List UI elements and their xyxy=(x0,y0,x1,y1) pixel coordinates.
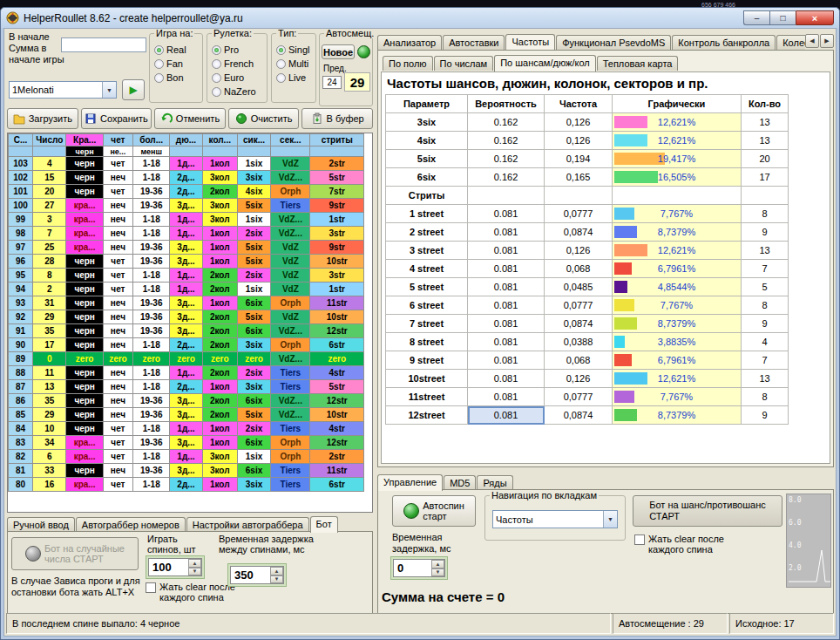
spins-cell[interactable]: 1-18 xyxy=(133,380,170,394)
clear-after-spin-checkbox-row[interactable]: Жать clear после каждого спина xyxy=(634,534,758,555)
spins-cell[interactable]: 83 xyxy=(9,436,33,450)
spins-cell[interactable]: 6 xyxy=(33,450,66,464)
type-radio-0[interactable]: Singl xyxy=(276,43,312,57)
spins-cell[interactable]: VdZ xyxy=(271,269,310,283)
spins-cell[interactable]: VdZ xyxy=(271,255,310,269)
spins-cell[interactable]: 85 xyxy=(9,408,33,422)
roulette-radio-1[interactable]: French xyxy=(212,57,263,71)
spins-cell[interactable]: 3д... xyxy=(170,241,202,255)
spins-cell[interactable]: Orph xyxy=(271,436,310,450)
spins-cell[interactable]: чет xyxy=(103,255,132,269)
spins-filter-cell[interactable] xyxy=(33,146,66,157)
spins-cell[interactable]: 91 xyxy=(9,324,33,338)
freq-param-cell[interactable]: 12street xyxy=(386,406,468,425)
spins-cell[interactable]: 1д... xyxy=(170,283,202,296)
spins-cell[interactable]: черн xyxy=(66,366,103,380)
spins-cell[interactable]: 82 xyxy=(9,450,33,464)
spins-cell[interactable]: черн xyxy=(66,283,103,296)
game-radio-2[interactable]: Bon xyxy=(154,71,199,85)
spins-cell[interactable]: 2six xyxy=(237,227,270,241)
spins-cell[interactable]: 2кол xyxy=(202,269,237,283)
spins-cell[interactable]: кра... xyxy=(66,227,103,241)
nav-tab-select[interactable]: Частоты ▼ xyxy=(492,510,618,528)
main-tab-4[interactable]: Контроль банкролла xyxy=(672,35,776,50)
freq-freq-cell[interactable]: 0,194 xyxy=(545,150,613,168)
spins-cell[interactable]: 3six xyxy=(237,380,270,394)
spins-cell[interactable]: 2str xyxy=(310,157,364,171)
freq-count-cell[interactable]: 13 xyxy=(742,242,789,260)
spins-cell[interactable]: 3д... xyxy=(170,464,202,478)
spins-cell[interactable]: неч xyxy=(103,199,132,213)
spin-delay-stepper[interactable]: 350 ▲ ▼ xyxy=(227,563,287,587)
freq-count-cell[interactable]: 7 xyxy=(742,260,789,278)
spins-cell[interactable]: VdZ... xyxy=(271,352,310,366)
freq-graph-cell[interactable]: 12,621% xyxy=(613,242,742,260)
spins-cell[interactable]: черн xyxy=(66,185,103,199)
freq-graph-cell[interactable]: 7,767% xyxy=(613,388,742,406)
freq-count-cell[interactable]: 13 xyxy=(742,132,789,150)
ctl-tab-1[interactable]: MD5 xyxy=(444,475,476,490)
spins-cell[interactable]: 12str xyxy=(310,436,364,450)
freq-count-cell[interactable]: 13 xyxy=(742,370,789,388)
spins-cell[interactable]: 19-36 xyxy=(133,408,170,422)
spins-filter-cell[interactable] xyxy=(310,146,364,157)
spins-cell[interactable]: 1six xyxy=(237,450,270,464)
autoshift-ball-icon[interactable] xyxy=(357,45,370,58)
spins-cell[interactable]: 1-18 xyxy=(133,450,170,464)
spins-cell[interactable]: 6str xyxy=(310,338,364,352)
spins-cell[interactable]: Tiers xyxy=(271,464,310,478)
spins-cell[interactable]: VdZ... xyxy=(271,324,310,338)
spins-cell[interactable]: 4str xyxy=(310,366,364,380)
spins-cell[interactable]: 3кол xyxy=(202,464,237,478)
spins-cell[interactable]: черн xyxy=(66,422,103,436)
spins-column-header[interactable]: дю... xyxy=(170,134,202,146)
game-radio-1[interactable]: Fan xyxy=(154,57,199,71)
spins-cell[interactable]: 5str xyxy=(310,380,364,394)
spins-cell[interactable]: кра... xyxy=(66,241,103,255)
spins-cell[interactable]: 7str xyxy=(310,185,364,199)
freq-param-cell[interactable]: 4six xyxy=(386,132,468,150)
spins-cell[interactable]: 1д... xyxy=(170,422,202,436)
spins-cell[interactable]: 2д... xyxy=(170,380,202,394)
new-button[interactable]: Новое xyxy=(322,44,355,59)
spins-cell[interactable]: кра... xyxy=(66,436,103,450)
bot-tab-1[interactable]: Автограббер номеров xyxy=(76,517,186,532)
spins-cell[interactable]: 19-36 xyxy=(133,324,170,338)
spins-cell[interactable]: Tiers xyxy=(271,380,310,394)
freq-prob-cell[interactable]: 0.081 xyxy=(468,260,545,278)
spins-cell[interactable]: 1кол xyxy=(202,380,237,394)
spins-cell[interactable]: 80 xyxy=(9,478,33,492)
spins-cell[interactable]: VdZ xyxy=(271,310,310,324)
spins-cell[interactable]: неч xyxy=(103,394,132,408)
spins-cell[interactable]: 3д... xyxy=(170,324,202,338)
spins-cell[interactable]: 3six xyxy=(237,478,270,492)
spins-cell[interactable]: 1кол xyxy=(202,255,237,269)
freq-freq-cell[interactable]: 0,126 xyxy=(545,242,613,260)
spins-cell[interactable]: 102 xyxy=(9,171,33,185)
tab-scroll-right-icon[interactable]: ▶ xyxy=(820,34,834,48)
spins-cell[interactable]: черн xyxy=(66,408,103,422)
freq-param-cell[interactable]: 9 street xyxy=(386,351,468,370)
spins-cell[interactable]: zero xyxy=(133,352,170,366)
freq-param-cell[interactable]: 5six xyxy=(386,150,468,168)
spins-cell[interactable]: VdZ... xyxy=(271,227,310,241)
roulette-radio-0[interactable]: Pro xyxy=(212,43,263,57)
freq-param-cell[interactable]: 2 street xyxy=(386,223,468,242)
spins-cell[interactable]: 1кол xyxy=(202,436,237,450)
spins-cell[interactable]: 1д... xyxy=(170,366,202,380)
freq-param-cell[interactable]: 6 street xyxy=(386,296,468,315)
spins-cell[interactable]: 1-18 xyxy=(133,366,170,380)
spins-cell[interactable]: 2кол xyxy=(202,338,237,352)
freq-graph-cell[interactable]: 4,8544% xyxy=(613,278,742,296)
freq-prob-cell[interactable]: 0.162 xyxy=(468,168,545,187)
spins-cell[interactable]: черн xyxy=(66,324,103,338)
spins-cell[interactable]: 90 xyxy=(9,338,33,352)
spins-column-header[interactable]: Кра... xyxy=(66,134,103,146)
freq-prob-cell[interactable]: 0.162 xyxy=(468,113,545,132)
spins-cell[interactable]: 2six xyxy=(237,366,270,380)
spins-cell[interactable]: 92 xyxy=(9,310,33,324)
spins-cell[interactable]: 1кол xyxy=(202,422,237,436)
freq-param-cell[interactable]: 1 street xyxy=(386,205,468,223)
freq-param-cell[interactable]: 3 street xyxy=(386,242,468,260)
freq-count-cell[interactable]: 7 xyxy=(742,351,789,370)
